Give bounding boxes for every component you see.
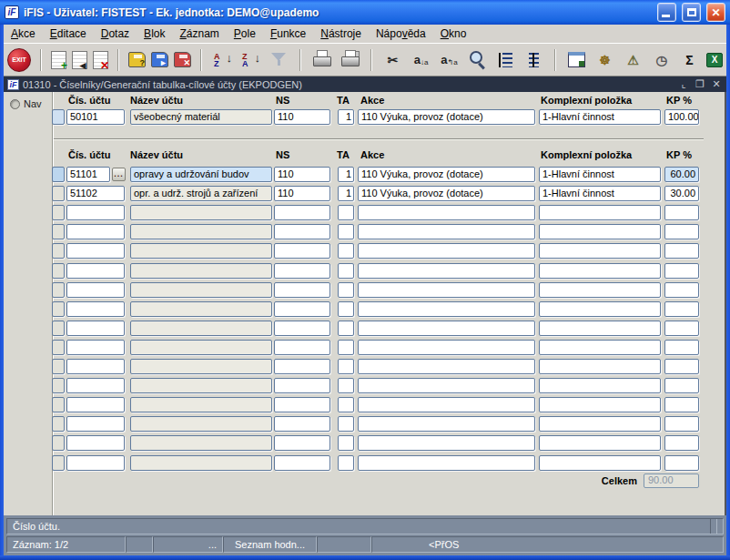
row-indicator[interactable] xyxy=(52,321,65,336)
menu-zaznam[interactable]: Záznam xyxy=(172,25,226,42)
menu-napoveda[interactable]: Nápověda xyxy=(369,25,433,42)
form-minimize-button[interactable]: ⌞ xyxy=(677,79,690,89)
field-akce[interactable] xyxy=(358,205,535,220)
field-kp[interactable] xyxy=(664,397,699,412)
field-akce[interactable] xyxy=(358,340,535,355)
field-cis-uctu[interactable] xyxy=(66,416,125,432)
field-akce[interactable] xyxy=(358,378,535,393)
menu-dotaz[interactable]: Dotaz xyxy=(94,25,137,42)
field-komplexni-polozka[interactable] xyxy=(539,455,661,471)
field-ns[interactable] xyxy=(274,435,330,451)
menu-akce[interactable]: Akce xyxy=(4,25,43,42)
field-ns[interactable] xyxy=(274,321,330,336)
close-button[interactable]: ✕ xyxy=(706,3,725,22)
field-ns[interactable] xyxy=(274,282,330,298)
row-indicator[interactable] xyxy=(52,224,65,239)
row-indicator[interactable] xyxy=(52,282,65,298)
row-indicator[interactable] xyxy=(52,435,65,451)
field-cis-uctu[interactable] xyxy=(66,435,125,451)
sort-descending-icon[interactable]: ZA↓ xyxy=(239,48,262,71)
row-indicator[interactable] xyxy=(52,340,65,355)
field-ta[interactable] xyxy=(338,340,354,355)
field-kp[interactable] xyxy=(664,378,699,393)
sum-icon[interactable]: Σ xyxy=(678,48,701,71)
print-multiple-icon[interactable] xyxy=(339,48,361,71)
save-record-icon[interactable]: ◄ xyxy=(72,51,87,69)
row-indicator[interactable] xyxy=(52,359,65,374)
row-indicator[interactable] xyxy=(52,301,65,317)
form-restore-button[interactable]: ❐ xyxy=(694,79,706,89)
insert-record-icon[interactable]: + xyxy=(51,51,66,69)
field-komplexni-polozka[interactable]: 1-Hlavní činnost xyxy=(539,167,661,182)
field-cis-uctu[interactable] xyxy=(66,263,125,279)
field-cis-uctu[interactable] xyxy=(66,224,125,239)
field-ns[interactable] xyxy=(274,397,330,412)
field-ta[interactable] xyxy=(338,321,354,336)
field-komplexni-polozka[interactable] xyxy=(539,224,661,239)
field-kp[interactable] xyxy=(664,263,699,279)
field-ta[interactable] xyxy=(338,378,354,393)
field-ta[interactable] xyxy=(338,224,354,239)
field-ta[interactable]: 1 xyxy=(338,109,354,125)
field-komplexni-polozka[interactable] xyxy=(539,301,661,317)
field-komplexni-polozka[interactable] xyxy=(539,205,661,220)
row-indicator[interactable] xyxy=(52,455,65,471)
field-kp[interactable] xyxy=(664,435,699,451)
field-komplexni-polozka[interactable] xyxy=(539,321,661,336)
clock-icon[interactable]: ◷ xyxy=(650,48,673,71)
form-window-icon[interactable] xyxy=(565,48,588,71)
field-ta[interactable] xyxy=(338,243,354,259)
field-ns[interactable]: 110 xyxy=(274,109,330,125)
delete-record-icon[interactable]: ✕ xyxy=(93,51,108,69)
field-kp[interactable]: 100.00 xyxy=(664,109,699,125)
menu-nastroje[interactable]: Nástroje xyxy=(313,25,369,42)
field-kp[interactable]: 30.00 xyxy=(664,186,699,201)
field-kp[interactable] xyxy=(664,243,699,259)
field-ns[interactable] xyxy=(274,224,330,239)
field-komplexni-polozka[interactable]: 1-Hlavní činnost xyxy=(539,186,661,201)
field-ta[interactable] xyxy=(338,416,354,432)
field-ta[interactable] xyxy=(338,359,354,374)
row-indicator[interactable] xyxy=(52,416,65,432)
field-ns[interactable] xyxy=(274,243,330,259)
minimize-button[interactable] xyxy=(657,3,676,22)
field-cis-uctu[interactable] xyxy=(66,321,125,336)
field-komplexni-polozka[interactable] xyxy=(539,340,661,355)
field-ta[interactable] xyxy=(338,282,354,298)
helm-icon[interactable]: ☸ xyxy=(593,48,616,71)
field-ns[interactable] xyxy=(274,378,330,393)
field-kp[interactable] xyxy=(664,359,699,374)
field-ta[interactable] xyxy=(338,301,354,317)
sort-ascending-icon[interactable]: AZ↓ xyxy=(211,48,234,71)
field-ta[interactable] xyxy=(338,263,354,279)
field-kp[interactable] xyxy=(664,321,699,336)
field-cis-uctu[interactable]: 50101 xyxy=(66,109,125,125)
print-icon[interactable] xyxy=(310,48,333,71)
field-akce[interactable] xyxy=(358,416,535,432)
field-akce[interactable] xyxy=(358,321,535,336)
field-kp[interactable]: 60.00 xyxy=(664,167,699,182)
field-komplexni-polozka[interactable] xyxy=(539,378,661,393)
menu-pole[interactable]: Pole xyxy=(227,25,263,42)
field-akce[interactable] xyxy=(358,455,535,471)
field-ns[interactable] xyxy=(274,416,330,432)
list-detail-icon[interactable] xyxy=(522,48,545,71)
field-cis-uctu[interactable] xyxy=(66,340,125,355)
field-ta[interactable] xyxy=(338,205,354,220)
list-values-icon[interactable] xyxy=(494,48,517,71)
field-komplexni-polozka[interactable] xyxy=(539,397,661,412)
field-kp[interactable] xyxy=(664,416,699,432)
field-komplexni-polozka[interactable] xyxy=(539,416,661,432)
nav-radio-group[interactable]: Nav xyxy=(10,98,42,109)
field-akce[interactable] xyxy=(358,282,535,298)
cut-icon[interactable]: ✂ xyxy=(381,48,404,71)
field-akce[interactable] xyxy=(358,243,535,259)
exit-icon[interactable]: EXIT xyxy=(7,48,31,72)
field-ns[interactable]: 110 xyxy=(274,186,330,201)
field-cis-uctu[interactable] xyxy=(66,359,125,374)
paste-icon[interactable]: a↰a xyxy=(438,48,461,71)
field-akce[interactable] xyxy=(358,435,535,451)
menu-editace[interactable]: Editace xyxy=(43,25,94,42)
field-akce[interactable]: 110 Výuka, provoz (dotace) xyxy=(358,186,535,201)
row-indicator[interactable] xyxy=(52,109,65,125)
